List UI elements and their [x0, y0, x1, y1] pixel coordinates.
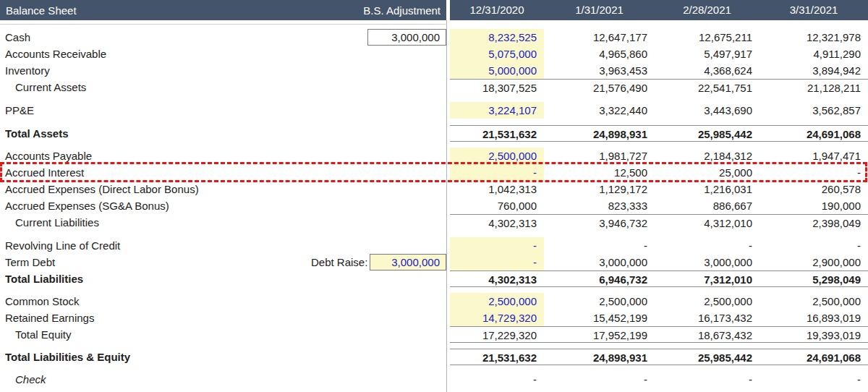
date-column-header: 12/31/2020: [450, 0, 544, 20]
value-cell: 24,691,068: [760, 349, 868, 365]
value-cell: 2,500,000: [544, 293, 655, 310]
row-accounts-receivable: Accounts Receivable 5,075,000 4,965,860 …: [0, 46, 868, 62]
value-cell: 12,321,978: [760, 29, 868, 46]
value-cell: -: [544, 371, 655, 388]
row-ppe: PP&E 3,224,107 3,322,440 3,443,690 3,562…: [0, 102, 868, 119]
row-label: Total Liabilities: [0, 270, 311, 287]
value-cell: 18,673,432: [655, 326, 760, 343]
row-label: Accounts Receivable: [0, 46, 311, 62]
row-label: Accrued Expenses (Direct Labor Bonus): [0, 181, 311, 197]
value-cell: -: [544, 237, 655, 254]
row-label: Total Equity: [0, 326, 311, 343]
row-label: Total Liabilities & Equity: [0, 349, 311, 365]
value-cell: 24,898,931: [544, 125, 655, 142]
value-cell: 1,129,172: [544, 181, 655, 197]
value-cell: 2,900,000: [760, 254, 868, 270]
value-cell: 260,578: [760, 181, 868, 197]
value-cell: 4,368,624: [655, 62, 760, 79]
column-separator-line: [446, 20, 447, 392]
value-cell: 24,691,068: [760, 125, 868, 142]
value-cell: 3,963,453: [544, 62, 655, 79]
row-label: Cash: [0, 29, 311, 46]
row-label: Check: [0, 371, 311, 388]
value-cell: 4,911,290: [760, 46, 868, 62]
value-cell: 3,894,942: [760, 62, 868, 79]
row-current-liabilities: Current Liabilities 4,302,313 3,946,732 …: [0, 214, 868, 231]
value-cell: 24,898,931: [544, 349, 655, 365]
value-cell: 3,224,107: [450, 102, 544, 119]
row-total-assets: Total Assets 21,531,632 24,898,931 25,98…: [0, 125, 868, 142]
value-cell: 3,443,690: [655, 102, 760, 119]
value-cell: 8,232,525: [450, 29, 544, 46]
row-label: Current Assets: [0, 79, 311, 95]
value-cell: 21,128,211: [760, 79, 868, 95]
value-cell: -: [760, 237, 868, 254]
value-cell: 25,985,442: [655, 349, 760, 365]
value-cell: 2,500,000: [655, 293, 760, 310]
value-cell: 1,216,031: [655, 181, 760, 197]
value-cell: 15,452,199: [544, 310, 655, 326]
row-cash: Cash 3,000,000 8,232,525 12,647,177 12,6…: [0, 29, 868, 46]
value-cell: 2,500,000: [760, 293, 868, 310]
value-cell: 823,333: [544, 197, 655, 214]
value-cell: -: [450, 371, 544, 388]
row-common-stock: Common Stock 2,500,000 2,500,000 2,500,0…: [0, 293, 868, 310]
value-cell: 17,952,199: [544, 326, 655, 343]
row-inventory: Inventory 5,000,000 3,963,453 4,368,624 …: [0, 62, 868, 79]
table-body: Cash 3,000,000 8,232,525 12,647,177 12,6…: [0, 29, 868, 388]
value-cell: 16,893,019: [760, 310, 868, 326]
value-cell: 18,307,525: [450, 79, 544, 95]
row-label: Total Assets: [0, 125, 311, 142]
row-term-debt: Term Debt Debt Raise: 3,000,000 - 3,000,…: [0, 254, 868, 270]
value-cell: 3,000,000: [655, 254, 760, 270]
value-cell: -: [760, 371, 868, 388]
value-cell: 190,000: [760, 197, 868, 214]
row-label: Inventory: [0, 62, 311, 79]
date-column-header: 3/31/2021: [760, 0, 868, 20]
row-total-equity: Total Equity 17,229,320 17,952,199 18,67…: [0, 326, 868, 343]
value-cell: 4,302,313: [450, 270, 544, 287]
row-retained-earnings: Retained Earnings 14,729,320 15,452,199 …: [0, 310, 868, 326]
row-check: Check - - - -: [0, 371, 868, 388]
row-accrued-expenses-sga-bonus: Accrued Expenses (SG&A Bonus) 760,000 82…: [0, 197, 868, 214]
value-cell: 2,398,049: [760, 214, 868, 231]
value-cell: 3,000,000: [544, 254, 655, 270]
row-label: Current Liabilities: [0, 214, 311, 231]
value-cell: 21,531,632: [450, 125, 544, 142]
adjustment-column-header: B.S. Adjustment: [363, 4, 441, 17]
page-title: Balance Sheet: [6, 4, 77, 17]
value-cell: 12,675,211: [655, 29, 760, 46]
value-cell: 12,647,177: [544, 29, 655, 46]
value-cell: 5,075,000: [450, 46, 544, 62]
value-cell: -: [450, 254, 544, 270]
value-cell: -: [450, 237, 544, 254]
header-row: Balance Sheet B.S. Adjustment 12/31/2020…: [0, 0, 868, 20]
value-cell: 1,042,313: [450, 181, 544, 197]
value-cell: 25,985,442: [655, 125, 760, 142]
debt-raise-label: Debt Raise:: [311, 254, 370, 270]
cash-adjustment-input[interactable]: 3,000,000: [367, 29, 446, 46]
value-cell: 760,000: [450, 197, 544, 214]
value-cell: 4,312,010: [655, 214, 760, 231]
row-label: Revolving Line of Credit: [0, 237, 311, 254]
value-cell: 2,500,000: [450, 293, 544, 310]
value-cell: 886,667: [655, 197, 760, 214]
value-cell: 14,729,320: [450, 310, 544, 326]
balance-sheet: Balance Sheet B.S. Adjustment 12/31/2020…: [0, 0, 868, 392]
accrued-interest-callout: [0, 162, 867, 182]
value-cell: 17,229,320: [450, 326, 544, 343]
value-cell: 19,393,019: [760, 326, 868, 343]
row-accrued-expenses-direct-labor-bonus: Accrued Expenses (Direct Labor Bonus) 1,…: [0, 181, 868, 197]
debt-raise-input[interactable]: 3,000,000: [370, 254, 446, 270]
value-cell: 21,576,490: [544, 79, 655, 95]
value-cell: 3,322,440: [544, 102, 655, 119]
row-total-liabilities: Total Liabilities 4,302,313 6,946,732 7,…: [0, 270, 868, 287]
value-cell: 21,531,632: [450, 349, 544, 365]
value-cell: 4,965,860: [544, 46, 655, 62]
value-cell: 7,312,010: [655, 270, 760, 287]
header-left: Balance Sheet B.S. Adjustment: [0, 0, 446, 20]
value-cell: -: [655, 371, 760, 388]
value-cell: -: [655, 237, 760, 254]
row-label: Retained Earnings: [0, 310, 311, 326]
value-cell: 3,946,732: [544, 214, 655, 231]
